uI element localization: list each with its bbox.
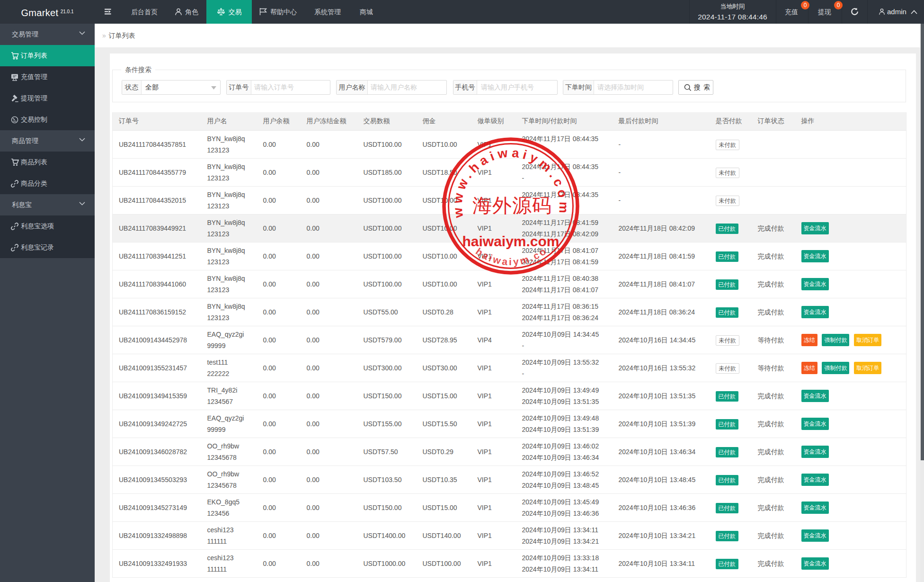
svg-text:海外源码: 海外源码 xyxy=(472,195,552,216)
svg-text:haiwaiym.com: haiwaiym.com xyxy=(462,233,559,249)
